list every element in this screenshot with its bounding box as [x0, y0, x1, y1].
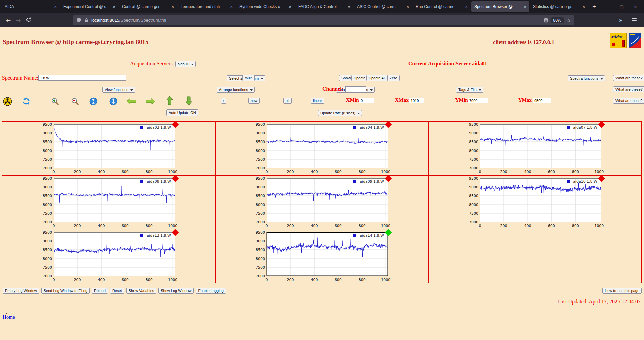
window-minimize-button[interactable]: —: [605, 4, 609, 9]
spectrum-chart-aida14[interactable]: aida14 1.8.W7000750080008500900095000200…: [252, 230, 391, 283]
gallery-cell[interactable]: aida04 1.8.W7000750080008500900095000200…: [215, 121, 429, 175]
spectrum-chart-aida13[interactable]: aida13 1.8.W7000750080008500900095000200…: [39, 230, 178, 283]
tab-close-icon[interactable]: ×: [524, 4, 526, 9]
svg-text:1000: 1000: [168, 224, 177, 228]
window-maximize-button[interactable]: □: [620, 4, 624, 9]
update-button[interactable]: Update: [351, 75, 368, 81]
browser-tab[interactable]: ASIC Control @ carm×: [354, 1, 412, 12]
reader-view-icon[interactable]: [544, 18, 548, 23]
what-are-these-button-3[interactable]: What are these?: [613, 98, 644, 104]
auto-update-button[interactable]: Auto Update ON: [166, 109, 198, 116]
all-button[interactable]: all: [283, 98, 292, 104]
spectrum-chart-aida07[interactable]: aida07 1.8.W7000750080008500900095000200…: [465, 122, 605, 175]
x-toggle-button[interactable]: x: [221, 98, 226, 104]
radiation-icon[interactable]: [2, 96, 13, 106]
zoom-out-icon[interactable]: [70, 96, 80, 106]
browser-tab[interactable]: AIDA×: [2, 1, 60, 12]
acquisition-server-select[interactable]: aida01: [175, 61, 196, 67]
reload-button[interactable]: [23, 17, 34, 24]
ymax-input[interactable]: [533, 98, 551, 103]
enable-logging-button[interactable]: Enable Logging: [196, 288, 226, 294]
expand-y-icon[interactable]: [108, 96, 119, 106]
tags-fits-select[interactable]: Tags & Fits: [456, 87, 483, 93]
tab-close-icon[interactable]: ×: [113, 4, 115, 9]
svg-text:8000: 8000: [256, 203, 265, 207]
channel-input[interactable]: [345, 86, 366, 92]
tab-close-icon[interactable]: ×: [54, 4, 57, 9]
new-button[interactable]: new: [248, 98, 260, 104]
update-rate-select[interactable]: Update Rate (8 secs): [318, 110, 362, 116]
compress-y-icon[interactable]: [88, 96, 99, 106]
url-bar[interactable]: localhost:8015/Spectrum/Spectrum.tml 80%…: [73, 15, 574, 25]
xmin-input[interactable]: [359, 98, 374, 103]
refresh-icon[interactable]: [21, 96, 32, 106]
gallery-cell[interactable]: aida10 1.8.W7000750080008500900095000200…: [428, 175, 642, 229]
spectrum-chart-aida10[interactable]: aida10 1.8.W7000750080008500900095000200…: [465, 176, 605, 229]
gallery-cell[interactable]: aida14 1.8.W7000750080008500900095000200…: [215, 229, 429, 283]
reset-button[interactable]: Reset: [110, 288, 124, 294]
browser-tab[interactable]: Temperature and stati×: [178, 1, 236, 12]
view-functions-select[interactable]: View functions: [102, 87, 135, 93]
browser-tab[interactable]: Control @ carme-gsi×: [119, 1, 177, 12]
home-link[interactable]: Home: [3, 314, 15, 320]
how-to-use-button[interactable]: How to use this page: [602, 288, 642, 294]
spectrum-chart-aida09[interactable]: aida09 1.8.W7000750080008500900095000200…: [252, 176, 391, 229]
multi-button[interactable]: multi: [242, 75, 255, 81]
zero-button[interactable]: Zero: [387, 75, 400, 81]
gallery-cell[interactable]: aida09 1.8.W7000750080008500900095000200…: [215, 175, 429, 229]
gallery-cell[interactable]: aida13 1.8.W7000750080008500900095000200…: [2, 229, 215, 283]
spectrum-chart-aida04[interactable]: aida04 1.8.W7000750080008500900095000200…: [252, 122, 391, 175]
tab-close-icon[interactable]: ×: [171, 4, 174, 9]
spectrum-name-input[interactable]: [38, 75, 126, 81]
arrow-up-icon[interactable]: [164, 96, 175, 106]
arrow-right-icon[interactable]: [145, 96, 156, 106]
arrange-functions-select[interactable]: Arrange functions: [217, 87, 255, 93]
empty-log-window-button[interactable]: Empty Log Window: [3, 288, 39, 294]
connection-lock-icon[interactable]: [84, 18, 89, 22]
arrow-left-icon[interactable]: [126, 96, 137, 106]
gallery-cell[interactable]: aida07 1.8.W7000750080008500900095000200…: [428, 121, 642, 175]
spectra-functions-select[interactable]: Spectra functions: [568, 75, 605, 81]
browser-tab[interactable]: FADC Align & Control×: [295, 1, 353, 12]
zoom-in-icon[interactable]: [50, 96, 60, 106]
what-are-these-button-2[interactable]: What are these?: [613, 86, 644, 92]
overflow-menu-button[interactable]: »: [615, 17, 626, 24]
app-menu-button[interactable]: [632, 17, 637, 23]
tab-close-icon[interactable]: ×: [289, 4, 291, 9]
show-log-window-button[interactable]: Show Log Window: [158, 288, 194, 294]
tab-close-icon[interactable]: ×: [347, 4, 350, 9]
back-button[interactable]: ←: [3, 17, 13, 24]
daq-logo[interactable]: [629, 33, 641, 48]
browser-tab[interactable]: System wide Checks o×: [236, 1, 294, 12]
gallery-cell[interactable]: aida08 1.8.W7000750080008500900095000200…: [2, 175, 215, 229]
update-all-button[interactable]: Update All: [366, 75, 388, 81]
tab-close-icon[interactable]: ×: [465, 4, 468, 9]
arrow-down-icon[interactable]: [183, 96, 194, 106]
ymin-input[interactable]: [468, 98, 488, 103]
bookmark-star-icon[interactable]: ☆: [567, 17, 571, 23]
zoom-level-indicator[interactable]: 80%: [551, 17, 564, 23]
gallery-cell[interactable]: aida03 1.8.W7000750080008500900095000200…: [2, 121, 215, 175]
browser-tab[interactable]: Experiment Control @ c×: [60, 1, 118, 12]
linear-button[interactable]: linear: [311, 98, 324, 104]
midas-logo[interactable]: Midas: [610, 33, 627, 48]
browser-tab[interactable]: Spectrum Browser @×: [471, 1, 529, 12]
forward-button[interactable]: →: [13, 17, 23, 24]
tab-close-icon[interactable]: ×: [230, 4, 233, 9]
reload-button[interactable]: Reload: [92, 288, 108, 294]
show-variables-button[interactable]: Show Variables: [126, 288, 157, 294]
new-tab-button[interactable]: +: [588, 3, 600, 10]
browser-tab[interactable]: Run Control @ carme×: [413, 1, 471, 12]
send-log-window-to-elog-button[interactable]: Send Log Window to ELog: [41, 288, 90, 294]
xmax-input[interactable]: [409, 98, 424, 103]
tab-close-icon[interactable]: ×: [582, 4, 585, 9]
spectrum-chart-aida03[interactable]: aida03 1.8.W7000750080008500900095000200…: [39, 122, 178, 175]
spectrum-chart-aida08[interactable]: aida08 1.8.W7000750080008500900095000200…: [39, 176, 178, 229]
what-are-these-button-1[interactable]: What are these?: [613, 75, 644, 81]
window-close-button[interactable]: ×: [634, 4, 637, 9]
browser-tab[interactable]: Statistics @ carme-gs×: [530, 1, 588, 12]
tab-close-icon[interactable]: ×: [406, 4, 409, 9]
tracking-protection-shield-icon[interactable]: [76, 18, 82, 23]
chart-plot: aida07 1.8.W7000750080008500900095000200…: [465, 122, 605, 175]
svg-text:200: 200: [74, 170, 81, 174]
